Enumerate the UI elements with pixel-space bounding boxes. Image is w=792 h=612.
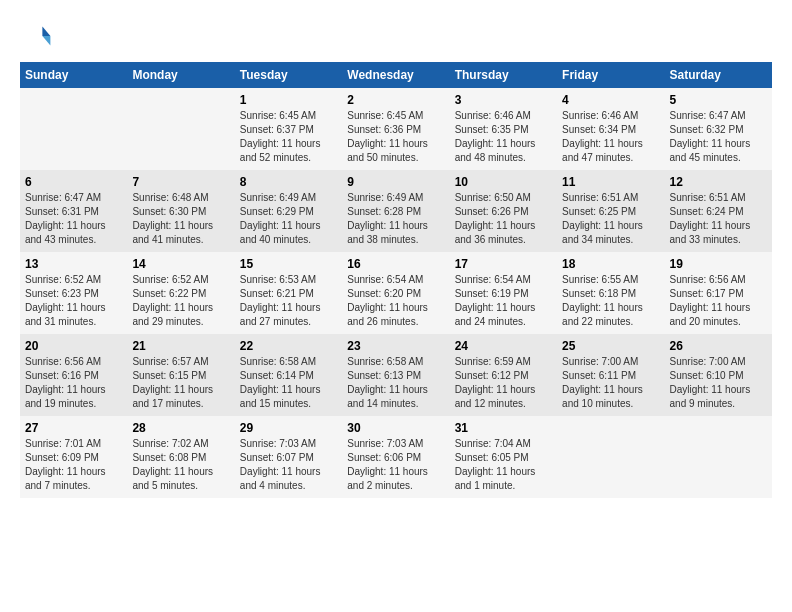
calendar-week-row: 1Sunrise: 6:45 AM Sunset: 6:37 PM Daylig… (20, 88, 772, 170)
weekday-header-monday: Monday (127, 62, 234, 88)
day-number: 21 (132, 339, 229, 353)
day-number: 5 (670, 93, 767, 107)
calendar-cell: 11Sunrise: 6:51 AM Sunset: 6:25 PM Dayli… (557, 170, 664, 252)
calendar-cell: 22Sunrise: 6:58 AM Sunset: 6:14 PM Dayli… (235, 334, 342, 416)
day-info: Sunrise: 6:51 AM Sunset: 6:24 PM Dayligh… (670, 191, 767, 247)
calendar-cell: 26Sunrise: 7:00 AM Sunset: 6:10 PM Dayli… (665, 334, 772, 416)
day-info: Sunrise: 7:04 AM Sunset: 6:05 PM Dayligh… (455, 437, 552, 493)
day-info: Sunrise: 6:53 AM Sunset: 6:21 PM Dayligh… (240, 273, 337, 329)
calendar-cell: 4Sunrise: 6:46 AM Sunset: 6:34 PM Daylig… (557, 88, 664, 170)
day-number: 23 (347, 339, 444, 353)
day-number: 15 (240, 257, 337, 271)
calendar-cell: 2Sunrise: 6:45 AM Sunset: 6:36 PM Daylig… (342, 88, 449, 170)
day-number: 8 (240, 175, 337, 189)
calendar-cell: 19Sunrise: 6:56 AM Sunset: 6:17 PM Dayli… (665, 252, 772, 334)
calendar-cell (665, 416, 772, 498)
calendar-cell: 21Sunrise: 6:57 AM Sunset: 6:15 PM Dayli… (127, 334, 234, 416)
day-number: 22 (240, 339, 337, 353)
day-number: 29 (240, 421, 337, 435)
calendar-cell: 20Sunrise: 6:56 AM Sunset: 6:16 PM Dayli… (20, 334, 127, 416)
calendar-cell (20, 88, 127, 170)
day-info: Sunrise: 6:54 AM Sunset: 6:20 PM Dayligh… (347, 273, 444, 329)
calendar-cell: 18Sunrise: 6:55 AM Sunset: 6:18 PM Dayli… (557, 252, 664, 334)
day-info: Sunrise: 6:58 AM Sunset: 6:13 PM Dayligh… (347, 355, 444, 411)
calendar-cell: 5Sunrise: 6:47 AM Sunset: 6:32 PM Daylig… (665, 88, 772, 170)
day-info: Sunrise: 6:54 AM Sunset: 6:19 PM Dayligh… (455, 273, 552, 329)
calendar-cell: 13Sunrise: 6:52 AM Sunset: 6:23 PM Dayli… (20, 252, 127, 334)
svg-marker-1 (42, 36, 50, 46)
weekday-header-row: SundayMondayTuesdayWednesdayThursdayFrid… (20, 62, 772, 88)
calendar-week-row: 6Sunrise: 6:47 AM Sunset: 6:31 PM Daylig… (20, 170, 772, 252)
day-number: 18 (562, 257, 659, 271)
calendar-cell: 1Sunrise: 6:45 AM Sunset: 6:37 PM Daylig… (235, 88, 342, 170)
day-number: 9 (347, 175, 444, 189)
weekday-header-tuesday: Tuesday (235, 62, 342, 88)
calendar-cell (127, 88, 234, 170)
day-number: 2 (347, 93, 444, 107)
calendar-week-row: 27Sunrise: 7:01 AM Sunset: 6:09 PM Dayli… (20, 416, 772, 498)
day-info: Sunrise: 6:47 AM Sunset: 6:31 PM Dayligh… (25, 191, 122, 247)
day-number: 17 (455, 257, 552, 271)
day-number: 19 (670, 257, 767, 271)
calendar-cell: 27Sunrise: 7:01 AM Sunset: 6:09 PM Dayli… (20, 416, 127, 498)
logo-icon (20, 20, 52, 52)
weekday-header-sunday: Sunday (20, 62, 127, 88)
day-number: 30 (347, 421, 444, 435)
day-info: Sunrise: 6:51 AM Sunset: 6:25 PM Dayligh… (562, 191, 659, 247)
day-info: Sunrise: 7:03 AM Sunset: 6:07 PM Dayligh… (240, 437, 337, 493)
calendar-cell: 8Sunrise: 6:49 AM Sunset: 6:29 PM Daylig… (235, 170, 342, 252)
day-info: Sunrise: 6:48 AM Sunset: 6:30 PM Dayligh… (132, 191, 229, 247)
day-number: 31 (455, 421, 552, 435)
day-number: 28 (132, 421, 229, 435)
day-number: 6 (25, 175, 122, 189)
calendar-cell: 3Sunrise: 6:46 AM Sunset: 6:35 PM Daylig… (450, 88, 557, 170)
calendar-cell: 23Sunrise: 6:58 AM Sunset: 6:13 PM Dayli… (342, 334, 449, 416)
day-number: 11 (562, 175, 659, 189)
calendar-cell: 15Sunrise: 6:53 AM Sunset: 6:21 PM Dayli… (235, 252, 342, 334)
day-info: Sunrise: 7:03 AM Sunset: 6:06 PM Dayligh… (347, 437, 444, 493)
day-number: 27 (25, 421, 122, 435)
calendar-cell: 30Sunrise: 7:03 AM Sunset: 6:06 PM Dayli… (342, 416, 449, 498)
day-number: 26 (670, 339, 767, 353)
day-number: 12 (670, 175, 767, 189)
calendar-cell: 24Sunrise: 6:59 AM Sunset: 6:12 PM Dayli… (450, 334, 557, 416)
day-number: 3 (455, 93, 552, 107)
day-info: Sunrise: 6:59 AM Sunset: 6:12 PM Dayligh… (455, 355, 552, 411)
day-info: Sunrise: 7:01 AM Sunset: 6:09 PM Dayligh… (25, 437, 122, 493)
calendar-cell: 25Sunrise: 7:00 AM Sunset: 6:11 PM Dayli… (557, 334, 664, 416)
weekday-header-saturday: Saturday (665, 62, 772, 88)
calendar-cell: 7Sunrise: 6:48 AM Sunset: 6:30 PM Daylig… (127, 170, 234, 252)
day-number: 7 (132, 175, 229, 189)
calendar-cell: 29Sunrise: 7:03 AM Sunset: 6:07 PM Dayli… (235, 416, 342, 498)
day-number: 4 (562, 93, 659, 107)
day-number: 24 (455, 339, 552, 353)
day-info: Sunrise: 6:55 AM Sunset: 6:18 PM Dayligh… (562, 273, 659, 329)
day-info: Sunrise: 7:02 AM Sunset: 6:08 PM Dayligh… (132, 437, 229, 493)
page-header (20, 20, 772, 52)
calendar-cell: 16Sunrise: 6:54 AM Sunset: 6:20 PM Dayli… (342, 252, 449, 334)
calendar-week-row: 13Sunrise: 6:52 AM Sunset: 6:23 PM Dayli… (20, 252, 772, 334)
day-info: Sunrise: 6:46 AM Sunset: 6:35 PM Dayligh… (455, 109, 552, 165)
calendar-cell: 12Sunrise: 6:51 AM Sunset: 6:24 PM Dayli… (665, 170, 772, 252)
weekday-header-wednesday: Wednesday (342, 62, 449, 88)
calendar-table: SundayMondayTuesdayWednesdayThursdayFrid… (20, 62, 772, 498)
day-info: Sunrise: 6:49 AM Sunset: 6:29 PM Dayligh… (240, 191, 337, 247)
day-info: Sunrise: 6:50 AM Sunset: 6:26 PM Dayligh… (455, 191, 552, 247)
day-info: Sunrise: 6:49 AM Sunset: 6:28 PM Dayligh… (347, 191, 444, 247)
calendar-cell: 14Sunrise: 6:52 AM Sunset: 6:22 PM Dayli… (127, 252, 234, 334)
day-number: 20 (25, 339, 122, 353)
day-info: Sunrise: 6:57 AM Sunset: 6:15 PM Dayligh… (132, 355, 229, 411)
day-info: Sunrise: 6:47 AM Sunset: 6:32 PM Dayligh… (670, 109, 767, 165)
calendar-cell: 17Sunrise: 6:54 AM Sunset: 6:19 PM Dayli… (450, 252, 557, 334)
day-info: Sunrise: 6:58 AM Sunset: 6:14 PM Dayligh… (240, 355, 337, 411)
calendar-cell (557, 416, 664, 498)
calendar-cell: 31Sunrise: 7:04 AM Sunset: 6:05 PM Dayli… (450, 416, 557, 498)
weekday-header-friday: Friday (557, 62, 664, 88)
day-info: Sunrise: 6:56 AM Sunset: 6:16 PM Dayligh… (25, 355, 122, 411)
day-number: 25 (562, 339, 659, 353)
day-number: 1 (240, 93, 337, 107)
logo (20, 20, 56, 52)
calendar-cell: 28Sunrise: 7:02 AM Sunset: 6:08 PM Dayli… (127, 416, 234, 498)
calendar-cell: 10Sunrise: 6:50 AM Sunset: 6:26 PM Dayli… (450, 170, 557, 252)
day-info: Sunrise: 6:56 AM Sunset: 6:17 PM Dayligh… (670, 273, 767, 329)
